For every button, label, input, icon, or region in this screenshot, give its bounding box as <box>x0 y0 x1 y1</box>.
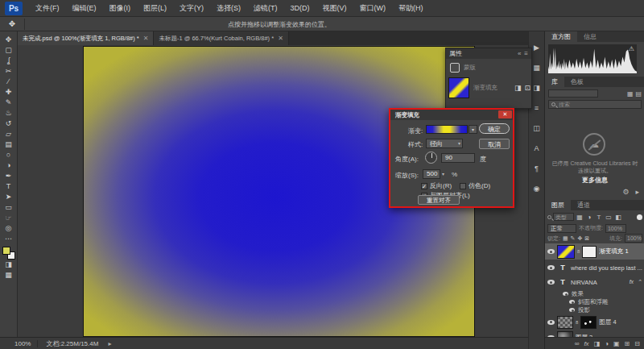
filter-pixel-icon[interactable]: ▦ <box>576 214 584 221</box>
panel-menu-icon[interactable]: ≡ <box>524 50 528 57</box>
tab-histogram[interactable]: 直方图 <box>545 31 577 42</box>
drop-shadow-row[interactable]: 投影 <box>545 306 644 314</box>
color-swatches[interactable] <box>2 247 15 260</box>
gradient-preview-swatch[interactable] <box>426 125 468 134</box>
libraries-sort-dropdown[interactable] <box>548 89 598 98</box>
zoom-tool-icon[interactable]: ◎ <box>1 223 17 234</box>
menu-select[interactable]: 选择(S) <box>210 0 247 17</box>
gradient-thumbnail[interactable] <box>557 245 575 259</box>
document-tab-inactive[interactable]: 未标题-1 @ 66.7%(Kurt Cobain, RGB/8#) * ✕ <box>154 31 288 45</box>
shape-tool-icon[interactable]: ▭ <box>1 202 17 213</box>
channels-panel-icon[interactable]: ◫ <box>530 123 543 133</box>
layer-name[interactable]: NIRVANA <box>571 279 597 286</box>
lock-transparent-icon[interactable]: ▦ <box>563 235 568 242</box>
lock-all-icon[interactable]: ⊠ <box>584 235 589 242</box>
lasso-tool-icon[interactable]: ʆ <box>1 56 17 66</box>
visibility-eye-icon[interactable] <box>547 280 555 285</box>
scale-dropdown-icon[interactable]: ▾ <box>442 171 444 177</box>
menu-layer[interactable]: 图层(L) <box>137 0 173 17</box>
layer-mask-thumbnail[interactable] <box>582 246 597 258</box>
grid-view-icon[interactable]: ▦ <box>627 90 634 98</box>
dodge-tool-icon[interactable]: ◑ <box>1 160 17 171</box>
libraries-search-input[interactable]: 搜索 <box>548 100 642 109</box>
tab-swatches[interactable]: 色板 <box>564 77 590 87</box>
reset-alignment-button[interactable]: 重置对齐 <box>418 195 460 205</box>
dither-checkbox[interactable]: 仿色(D) <box>460 181 490 190</box>
move-tool-icon[interactable]: ✥ <box>4 19 20 30</box>
visibility-eye-icon[interactable] <box>547 265 555 270</box>
add-mask-icon[interactable]: ◨ <box>594 340 601 347</box>
layer-name[interactable]: 图层 4 <box>599 318 616 326</box>
move-tool-icon[interactable]: ✥ <box>1 35 17 45</box>
history-brush-tool-icon[interactable]: ↺ <box>1 118 17 129</box>
more-icon[interactable]: ▸ <box>635 188 639 196</box>
document-tab-active[interactable]: 未完成.psd @ 100%(渐变填充 1, RGB/8#) * ✕ <box>18 31 154 45</box>
ok-button[interactable]: 确定 <box>479 123 510 134</box>
quick-mask-icon[interactable]: ◨ <box>1 260 17 270</box>
gradient-dropdown-icon[interactable]: ▾ <box>469 125 477 134</box>
mask-badge-icon[interactable] <box>450 63 460 73</box>
filter-toggle-icon[interactable] <box>637 214 642 220</box>
crop-tool-icon[interactable]: ✂ <box>1 66 17 77</box>
bevel-emboss-row[interactable]: 斜面和浮雕 <box>545 298 644 305</box>
close-icon[interactable]: ✕ <box>278 35 283 42</box>
lock-position-icon[interactable]: ✥ <box>577 235 582 242</box>
dialog-close-icon[interactable]: ✕ <box>498 110 512 118</box>
zoom-level-field[interactable]: 100% <box>14 340 38 347</box>
filter-smart-object-icon[interactable]: ◧ <box>614 214 622 221</box>
layer-row-3[interactable]: 图层 3 <box>545 330 644 337</box>
status-menu-icon[interactable]: ▸ <box>108 340 111 347</box>
filter-shape-icon[interactable]: ▭ <box>605 214 613 221</box>
paragraph-panel-icon[interactable]: ¶ <box>530 164 543 173</box>
foreground-color-swatch[interactable] <box>2 247 10 255</box>
screen-mode-icon[interactable]: ▦ <box>1 270 17 280</box>
new-layer-icon[interactable]: ⊞ <box>625 340 630 347</box>
menu-3d[interactable]: 3D(D) <box>284 0 316 17</box>
type-tool-icon[interactable]: T <box>1 181 17 192</box>
layer-name[interactable]: where did you sleep last ... <box>571 264 642 272</box>
menu-filter[interactable]: 滤镜(T) <box>247 0 284 17</box>
filter-adjustment-icon[interactable]: ◑ <box>585 214 593 221</box>
brush-tool-icon[interactable]: ✎ <box>1 98 17 108</box>
visibility-eye-icon[interactable] <box>563 292 568 296</box>
blur-tool-icon[interactable]: ○ <box>1 150 17 160</box>
blend-mode-select[interactable]: 正常 <box>547 224 576 233</box>
clone-source-panel-icon[interactable]: ◉ <box>530 184 543 193</box>
menu-type[interactable]: 文字(Y) <box>173 0 210 17</box>
lock-image-icon[interactable]: ✎ <box>571 235 576 242</box>
path-selection-tool-icon[interactable]: ➤ <box>1 192 17 202</box>
gear-icon[interactable]: ⚙ <box>622 188 629 196</box>
filter-type-layer-icon[interactable]: T <box>595 214 603 221</box>
angle-dial[interactable] <box>425 152 437 164</box>
style-select[interactable]: 径向 ▾ <box>426 139 463 148</box>
visibility-eye-icon[interactable] <box>569 300 575 304</box>
warning-icon[interactable]: ⚠ <box>629 45 634 52</box>
opacity-value[interactable]: 100% <box>605 224 626 233</box>
list-view-icon[interactable]: ▤ <box>635 90 642 98</box>
gradient-layer-thumbnail[interactable] <box>448 77 469 98</box>
visibility-eye-icon[interactable] <box>569 308 575 312</box>
menu-edit[interactable]: 编辑(E) <box>66 0 103 17</box>
effects-group-row[interactable]: 效果 <box>545 290 644 297</box>
layer-row-text-1[interactable]: T where did you sleep last ... <box>545 261 644 274</box>
tab-info[interactable]: 信息 <box>577 31 603 42</box>
checkbox-checked-icon[interactable]: ✓ <box>421 183 427 189</box>
target-icon[interactable]: ⊡ <box>524 84 530 92</box>
healing-tool-icon[interactable]: ✚ <box>1 87 17 98</box>
tab-channels[interactable]: 通道 <box>571 200 597 210</box>
marquee-tool-icon[interactable]: ▢ <box>1 45 17 56</box>
link-layers-icon[interactable]: ∞ <box>575 340 580 347</box>
menu-file[interactable]: 文件(F) <box>29 0 66 17</box>
pen-tool-icon[interactable]: ✒ <box>1 171 17 181</box>
layer-thumbnail[interactable] <box>557 316 573 329</box>
scale-input[interactable]: 500 <box>423 169 440 179</box>
eraser-tool-icon[interactable]: ▱ <box>1 129 17 139</box>
layer-row-gradient-fill[interactable]: 8 渐变填充 1 <box>545 243 644 260</box>
layer-mask-thumbnail[interactable] <box>580 316 597 329</box>
fill-value[interactable]: 100% <box>625 234 642 243</box>
visibility-eye-icon[interactable] <box>547 249 555 254</box>
filter-type-dropdown[interactable]: 类型 <box>553 213 574 221</box>
delete-layer-icon[interactable]: ⊟ <box>634 340 640 347</box>
more-info-link[interactable]: 更多信息 <box>545 176 644 185</box>
close-icon[interactable]: ✕ <box>143 35 149 42</box>
